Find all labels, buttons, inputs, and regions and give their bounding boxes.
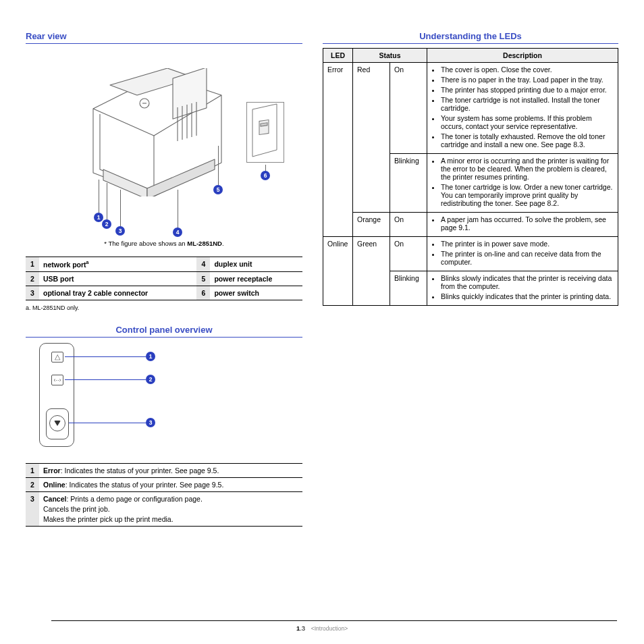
callout-5: 5 bbox=[213, 185, 223, 194]
heading-leds: Understanding the LEDs bbox=[323, 30, 618, 44]
online-icon: ‹··› bbox=[51, 375, 63, 385]
led-name: Error bbox=[323, 63, 353, 237]
callout-1: 1 bbox=[94, 213, 103, 222]
right-column: Understanding the LEDs LED Status Descri… bbox=[323, 30, 618, 527]
rear-view-inset bbox=[246, 102, 284, 163]
rear-view-illustration: 1 2 3 4 5 6 bbox=[43, 48, 286, 237]
heading-rear-view: Rear view bbox=[26, 30, 302, 44]
callout-3: 3 bbox=[115, 226, 125, 236]
printer-drawing bbox=[80, 68, 235, 183]
svg-rect-13 bbox=[259, 120, 269, 135]
svg-rect-14 bbox=[261, 123, 267, 126]
led-desc-list: The cover is open. Close the cover. Ther… bbox=[431, 65, 614, 149]
led-color: Green bbox=[353, 237, 390, 306]
heading-control-panel: Control panel overview bbox=[26, 323, 302, 338]
left-column: Rear view bbox=[26, 30, 302, 527]
page-columns: Rear view bbox=[26, 30, 618, 527]
led-table: LED Status Description Error Red On The … bbox=[323, 48, 618, 306]
part-num: 1 bbox=[26, 257, 39, 272]
parts-table: 1 network porta 4 duplex unit 2 USB port… bbox=[26, 257, 302, 300]
part-label: duplex unit bbox=[210, 257, 302, 272]
part-num: 4 bbox=[196, 257, 210, 272]
rear-view-caption: * The figure above shows an ML-2851ND. bbox=[26, 240, 302, 247]
led-mode: Blinking bbox=[390, 271, 427, 306]
control-panel-illustration: △ ‹··› 1 2 3 bbox=[39, 343, 242, 451]
callout-2: 2 bbox=[102, 219, 111, 229]
cp-callout-1: 1 bbox=[146, 352, 155, 361]
led-mode: Blinking bbox=[390, 154, 427, 213]
led-mode: On bbox=[390, 237, 427, 271]
cp-callout-2: 2 bbox=[146, 375, 155, 384]
cp-callout-3: 3 bbox=[146, 418, 155, 427]
page-footer: 1.3 <Introduction> bbox=[0, 624, 644, 632]
control-panel-table: 1 Error: Indicates the status of your pr… bbox=[26, 463, 302, 527]
warning-icon: △ bbox=[51, 352, 63, 363]
part-label: network porta bbox=[39, 257, 196, 272]
control-panel-body: △ ‹··› bbox=[39, 343, 74, 447]
led-color: Orange bbox=[353, 213, 390, 237]
callout-4: 4 bbox=[173, 227, 182, 237]
parts-footnote: a. ML-2851ND only. bbox=[26, 304, 302, 311]
led-name: Online bbox=[323, 237, 353, 306]
led-mode: On bbox=[390, 63, 427, 154]
callout-6: 6 bbox=[261, 171, 270, 180]
cancel-button bbox=[49, 415, 65, 431]
led-color: Red bbox=[353, 63, 390, 213]
footer-rule bbox=[51, 620, 617, 621]
led-mode: On bbox=[390, 213, 427, 237]
